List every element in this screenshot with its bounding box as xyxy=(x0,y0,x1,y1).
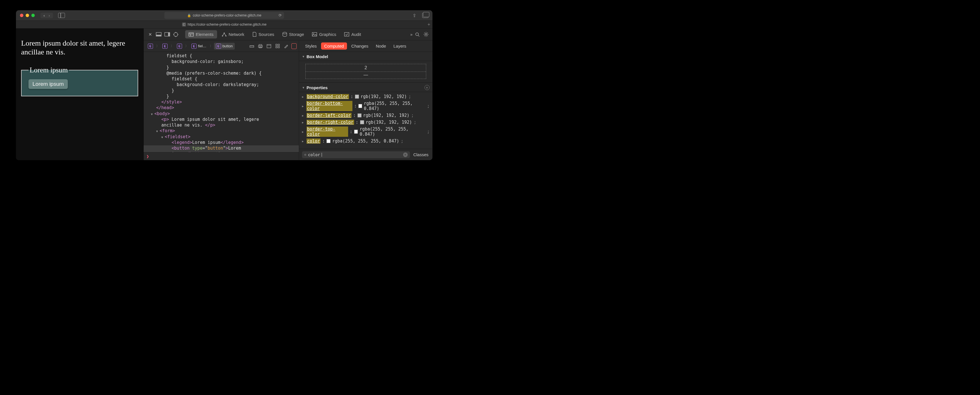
search-icon[interactable] xyxy=(414,31,421,38)
svg-point-12 xyxy=(224,32,225,33)
minimize-window-icon[interactable] xyxy=(25,14,29,17)
color-swatch[interactable] xyxy=(354,130,358,134)
close-devtools-icon[interactable]: ✕ xyxy=(146,31,154,38)
tab-styles[interactable]: Styles xyxy=(302,43,320,49)
box-model[interactable]: 2 — xyxy=(299,61,433,83)
tab-bar: C https://color-scheme-prefers-color-sch… xyxy=(16,21,433,29)
grid-icon[interactable] xyxy=(274,43,281,49)
more-tabs-icon[interactable]: » xyxy=(410,32,412,37)
property-name: border-bottom-color xyxy=(306,101,352,111)
tab-sources[interactable]: Sources xyxy=(249,30,278,38)
svg-rect-9 xyxy=(189,33,193,36)
tab-changes[interactable]: Changes xyxy=(348,43,371,49)
property-row[interactable]: ▶border-right-color: rgb(192, 192, 192); xyxy=(299,119,433,126)
property-name: color xyxy=(307,139,320,143)
url-text: color-scheme-prefers-color-scheme.glitch… xyxy=(193,13,261,18)
paint-icon[interactable] xyxy=(283,43,289,49)
svg-rect-40 xyxy=(276,44,277,46)
svg-rect-41 xyxy=(278,44,280,46)
svg-point-15 xyxy=(283,32,286,34)
svg-point-14 xyxy=(225,35,226,37)
svg-rect-3 xyxy=(168,32,170,36)
property-row[interactable]: ▶background-color: rgb(192, 192, 192); xyxy=(299,93,433,100)
color-swatch[interactable] xyxy=(355,95,359,99)
back-button[interactable]: ‹ xyxy=(41,13,47,18)
svg-line-29 xyxy=(427,33,428,33)
console-prompt[interactable]: ❯ xyxy=(143,152,299,160)
tab-graphics[interactable]: Graphics xyxy=(309,30,340,38)
tab-layers[interactable]: Layers xyxy=(390,43,409,49)
property-value: rgb(192, 192, 192) xyxy=(363,113,410,118)
property-row[interactable]: ▶color: rgba(255, 255, 255, 0.847); xyxy=(299,138,433,145)
property-row[interactable]: ▶border-left-color: rgb(192, 192, 192); xyxy=(299,112,433,119)
dock-right-icon[interactable] xyxy=(164,31,171,38)
filter-input[interactable]: ⊜ color ✕ xyxy=(302,151,410,158)
force-state-icon[interactable] xyxy=(266,43,272,49)
svg-point-4 xyxy=(174,32,178,37)
filter-glyph-icon: ⊜ xyxy=(304,153,306,157)
color-swatch[interactable] xyxy=(358,104,362,108)
tab-computed[interactable]: Computed xyxy=(321,43,347,49)
breadcrumb-item[interactable]: E xyxy=(161,43,170,49)
tab-elements[interactable]: Elements xyxy=(185,30,217,38)
color-swatch[interactable] xyxy=(358,113,361,118)
breadcrumb-item[interactable]: E xyxy=(146,43,155,49)
breadcrumb-item[interactable]: Efiel… xyxy=(189,43,208,49)
clear-filter-icon[interactable]: ✕ xyxy=(403,153,408,157)
close-window-icon[interactable] xyxy=(20,14,23,17)
page-legend: Lorem ipsum xyxy=(29,66,69,74)
url-bar[interactable]: 🔒 color-scheme-prefers-color-scheme.glit… xyxy=(164,12,284,19)
breadcrumb-item-selected[interactable]: Ebutton xyxy=(214,43,235,49)
property-name: border-top-color xyxy=(307,127,348,137)
svg-rect-1 xyxy=(156,35,161,36)
tab-favicon: C xyxy=(182,22,186,27)
tab-network[interactable]: Network xyxy=(218,30,248,38)
filter-icon[interactable]: ≡ xyxy=(425,85,430,90)
classes-button[interactable]: Classes xyxy=(412,152,430,157)
print-styles-icon[interactable] xyxy=(257,43,264,49)
share-icon[interactable]: ⇪ xyxy=(412,13,419,18)
disclosure-triangle-icon: ▶ xyxy=(302,121,305,124)
tab-node[interactable]: Node xyxy=(372,43,389,49)
devtools: ✕ Elements Network xyxy=(143,29,433,160)
breadcrumb-item[interactable]: E xyxy=(175,43,184,49)
page-form: Lorem ipsum Lorem ipsum xyxy=(21,66,138,96)
nav-arrows: ‹ › xyxy=(40,13,53,18)
styles-panel: Styles Computed Changes Node Layers ▼ Bo… xyxy=(299,40,433,160)
disclosure-triangle-icon: ▶ xyxy=(302,140,305,143)
maximize-window-icon[interactable] xyxy=(31,14,35,17)
svg-line-28 xyxy=(424,35,425,36)
ruler-icon[interactable] xyxy=(249,43,255,49)
disclosure-triangle-icon: ▼ xyxy=(302,86,305,89)
forward-button[interactable]: › xyxy=(47,13,52,18)
page-fieldset: Lorem ipsum Lorem ipsum xyxy=(21,66,138,96)
dom-tree[interactable]: fieldset { background-color: gainsboro; … xyxy=(143,52,299,152)
compositing-icon[interactable] xyxy=(291,43,297,49)
svg-point-21 xyxy=(425,33,427,35)
new-tab-button[interactable]: + xyxy=(428,22,430,27)
reload-icon[interactable]: ⟳ xyxy=(278,13,282,18)
svg-line-27 xyxy=(427,35,428,36)
show-tabs-icon[interactable] xyxy=(422,13,428,18)
svg-rect-43 xyxy=(278,46,280,48)
tab-storage[interactable]: Storage xyxy=(279,30,308,38)
color-swatch[interactable] xyxy=(326,139,331,143)
browser-window: ‹ › 🔒 color-scheme-prefers-color-scheme.… xyxy=(16,10,433,160)
chevron-right-icon: 〉 xyxy=(171,44,174,48)
dock-bottom-icon[interactable] xyxy=(155,31,162,38)
tab-title[interactable]: https://color-scheme-prefers-color-schem… xyxy=(188,22,267,27)
color-swatch[interactable] xyxy=(360,120,364,124)
inspect-icon[interactable] xyxy=(172,31,180,38)
disclosure-triangle-icon: ▶ xyxy=(302,105,305,108)
page-button[interactable]: Lorem ipsum xyxy=(29,79,68,89)
property-row[interactable]: ▶border-bottom-color: rgba(255, 255, 255… xyxy=(299,100,433,112)
property-row[interactable]: ▶border-top-color: rgba(255, 255, 255, 0… xyxy=(299,126,433,138)
box-model-header[interactable]: ▼ Box Model xyxy=(299,52,433,61)
settings-icon[interactable] xyxy=(422,31,430,38)
properties-header[interactable]: ▼ Properties ≡ xyxy=(299,83,433,92)
property-name: background-color xyxy=(307,94,349,99)
disclosure-triangle-icon: ▶ xyxy=(302,114,305,117)
sidebar-toggle-icon[interactable] xyxy=(58,13,65,18)
tab-audit[interactable]: Audit xyxy=(341,30,364,38)
property-value: rgba(255, 255, 255, 0.847) xyxy=(360,127,425,137)
